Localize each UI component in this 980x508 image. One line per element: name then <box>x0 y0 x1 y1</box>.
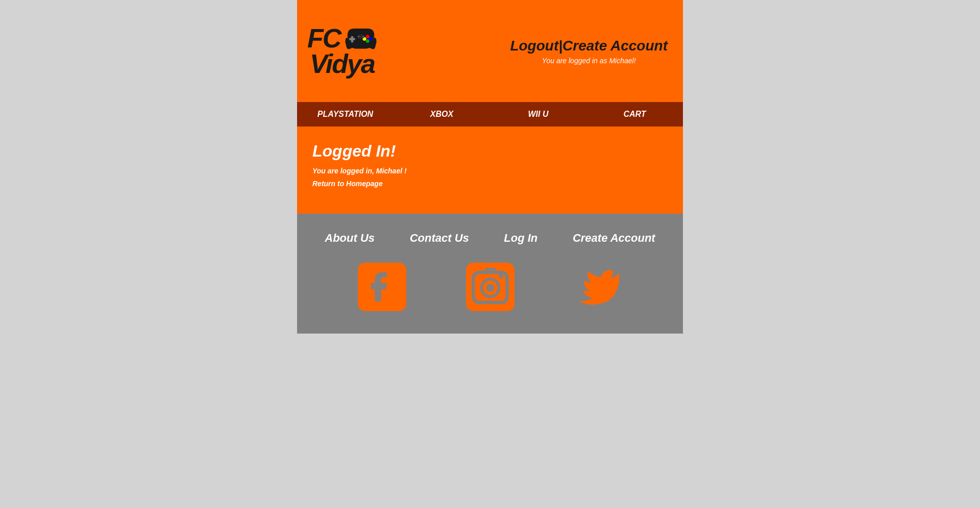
footer-about-us[interactable]: About Us <box>325 232 375 245</box>
svg-point-3 <box>369 37 373 40</box>
svg-point-13 <box>486 284 494 292</box>
nav-wiiu[interactable]: WII U <box>490 103 586 126</box>
footer: About Us Contact Us Log In Create Accoun… <box>297 214 683 334</box>
svg-rect-1 <box>350 38 355 40</box>
svg-point-14 <box>498 274 503 279</box>
footer-create-account[interactable]: Create Account <box>573 232 655 245</box>
svg-point-5 <box>366 39 370 43</box>
svg-point-2 <box>366 35 370 38</box>
logged-in-title: Logged In! <box>312 142 668 161</box>
logo-area: FC <box>307 23 379 79</box>
footer-log-in[interactable]: Log In <box>504 232 537 245</box>
create-account-link[interactable]: Create Account <box>562 38 668 54</box>
separator: | <box>558 38 562 54</box>
header-right: Logout | Create Account You are logged i… <box>510 38 668 65</box>
nav-cart[interactable]: CART <box>586 103 683 126</box>
controller-icon <box>343 23 379 54</box>
facebook-icon[interactable] <box>358 263 406 313</box>
logged-in-status: You are logged in as Michael! <box>510 57 668 65</box>
nav-playstation[interactable]: PLAYSTATION <box>297 103 394 126</box>
navbar: PLAYSTATION XBOX WII U CART <box>297 102 683 126</box>
return-homepage[interactable]: Return to Homepage <box>312 180 383 188</box>
logout-link[interactable]: Logout <box>510 38 558 54</box>
twitter-icon[interactable] <box>574 263 623 313</box>
svg-point-8 <box>362 36 364 38</box>
instagram-icon[interactable] <box>466 263 514 313</box>
header: FC <box>297 0 683 102</box>
svg-point-7 <box>358 36 360 38</box>
footer-contact-us[interactable]: Contact Us <box>410 232 469 245</box>
footer-nav: About Us Contact Us Log In Create Accoun… <box>297 224 683 258</box>
social-icons <box>297 258 683 318</box>
app-container: FC <box>297 0 683 334</box>
logged-in-message: You are logged in, Michael ! <box>312 167 668 175</box>
nav-xbox[interactable]: XBOX <box>394 103 490 126</box>
header-nav: Logout | Create Account <box>510 38 668 54</box>
main-content: Logged In! You are logged in, Michael ! … <box>297 126 683 214</box>
